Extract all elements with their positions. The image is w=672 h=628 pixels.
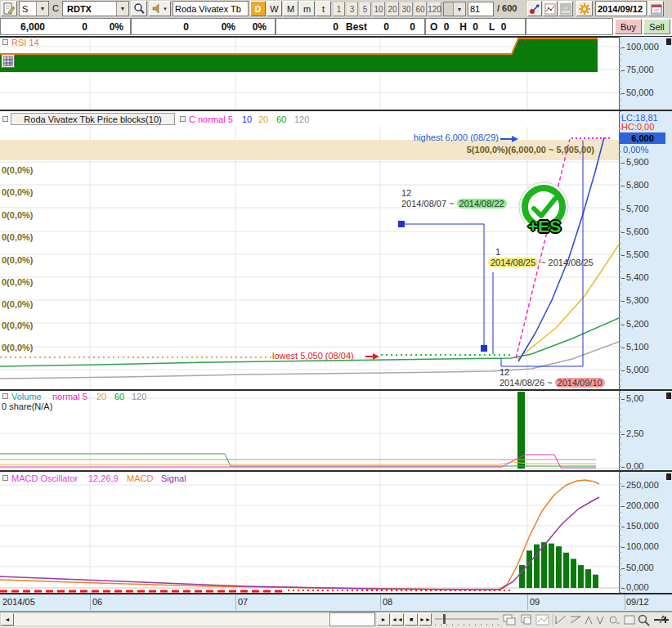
legend-ma20: 20 [258,114,268,124]
grid-icon[interactable] [2,55,15,68]
image-icon [560,3,571,15]
chevron-down-icon[interactable]: ▼ [453,2,465,16]
line-chart-icon [544,3,556,15]
line-chart-button[interactable] [543,1,558,16]
sell-button[interactable]: Sell [643,19,670,34]
best-bid: 0 [374,21,389,33]
period-tick-button[interactable]: t [316,1,331,16]
fast-forward-button[interactable]: ►► [419,613,432,626]
pin-tool-button[interactable] [527,1,542,16]
interval-20-button[interactable]: 20 [386,2,399,16]
calendar-icon [651,3,662,15]
value-2: 0 [132,21,189,33]
symbol-code-combo[interactable]: ▼ [62,1,129,16]
interval-60-button[interactable]: 60 [414,2,427,16]
change-pct: 0% [87,21,123,33]
symbol-code-input[interactable] [65,3,116,15]
block3-count: 12 [500,367,605,378]
chevron-down-icon[interactable]: ▼ [116,2,128,16]
interval-1-button[interactable]: 1 [333,2,345,16]
panel-corner-marker[interactable] [666,38,671,45]
block1-date-to: 2014/08/22 [457,199,507,209]
scroll-left-button[interactable]: ◄ [1,613,14,626]
best-qty: 0 [276,21,338,33]
settings-button[interactable] [576,1,593,16]
period-week-button[interactable]: W [267,1,282,16]
signal-line-label: Signal [161,473,186,483]
hc-label: HC:0,00 [621,122,654,132]
volume-plot[interactable] [0,391,619,470]
interval-30-button[interactable]: 30 [400,2,413,16]
panel-corner-marker[interactable] [666,392,671,399]
highest-label: highest 6,000 (08/29) [372,132,499,143]
x-axis-separator [380,594,381,610]
scrollbar-thumb[interactable] [329,612,375,626]
macd-tick: 150,000 [621,521,659,531]
current-price-box: 6,000 [620,132,665,144]
indicator-name-button[interactable]: Roda Vivatex Tbk Price blocks(10) [11,113,175,125]
drawing-tools-toolbar[interactable]: A [502,612,672,627]
rewind-button[interactable]: ◄◄ [391,613,404,626]
block2-count: 1 [488,247,594,258]
memo-icon-glyph [2,2,16,16]
sound-button[interactable]: ▼ [149,1,171,16]
rsi-title: RSI 14 [11,38,39,47]
price-tick: 5,200 [621,319,649,329]
interval-3-button[interactable]: 3 [346,2,358,16]
block-pct-label: 0(0,0%) [2,321,34,331]
x-axis-separator [235,594,236,610]
macd-tick: 0,000 [621,582,649,592]
calendar-button[interactable] [648,1,664,16]
period-day-button[interactable]: D [250,1,266,16]
block3-date-to: 2014/09/10 [555,378,605,388]
period-month-button[interactable]: M [283,1,298,16]
interval-10-button[interactable]: 10 [372,2,385,16]
x-axis-separator [90,594,91,610]
buy-button[interactable]: Buy [615,19,642,34]
block1-date-from: 2014/08/07 ~ [401,199,457,209]
bar-count-input[interactable] [468,2,494,16]
price-tick: 5,700 [621,204,649,213]
price-tick: 5,800 [621,180,649,190]
x-axis-label: 07 [238,597,248,607]
stop-button[interactable]: ■ [405,613,418,626]
top-block-range-label: 5(100,0%)(6,000,00 ~ 5,905,00) [384,145,594,155]
mode-value: S [22,4,28,14]
play-button[interactable]: ► [377,613,390,626]
best-label: Best [338,21,374,33]
rsi-tick: 50,000 [621,87,654,97]
chevron-down-icon[interactable]: ▼ [36,2,48,16]
interval-5-button[interactable]: 5 [359,2,371,16]
x-axis-label: 08 [383,597,392,607]
mode-select[interactable]: S ▼ [19,1,49,16]
current-change-label: 0,00% [623,145,648,155]
horizontal-scrollbar[interactable] [0,612,376,626]
interval-120-button[interactable]: 120 [428,2,441,16]
volume-title: Volume [11,392,42,401]
legend-ma120: 120 [294,114,309,124]
panel-corner-marker[interactable] [666,473,671,480]
value-3-pct: 0% [235,21,267,33]
symbol-name-input[interactable] [172,1,249,16]
bar-total-label: / 600 [497,3,517,13]
low-value: 0 [495,21,506,33]
search-button[interactable] [131,1,147,16]
extra-interval-select[interactable]: ▼ [443,2,466,16]
volume-ma120: 120 [132,392,146,401]
high-label: H [459,21,467,33]
price-tick: 5,000 [621,365,649,375]
date-input[interactable] [595,1,647,16]
speed-slider[interactable] [433,613,502,626]
legend-close: C normal 5 [189,114,233,124]
rsi-plot[interactable] [0,38,619,110]
macd-plot[interactable] [0,472,619,593]
memo-icon[interactable] [1,1,17,16]
period-minute-button[interactable]: m [299,1,315,16]
macd-tick: 250,000 [621,480,659,490]
x-axis-separator [527,594,528,610]
price-tick: 5,600 [621,227,649,236]
legend-marker-icon [2,116,8,122]
legend-marker-icon [2,393,8,399]
block-pct-label: 0(0,0%) [2,277,34,288]
save-image-button[interactable] [558,1,573,16]
